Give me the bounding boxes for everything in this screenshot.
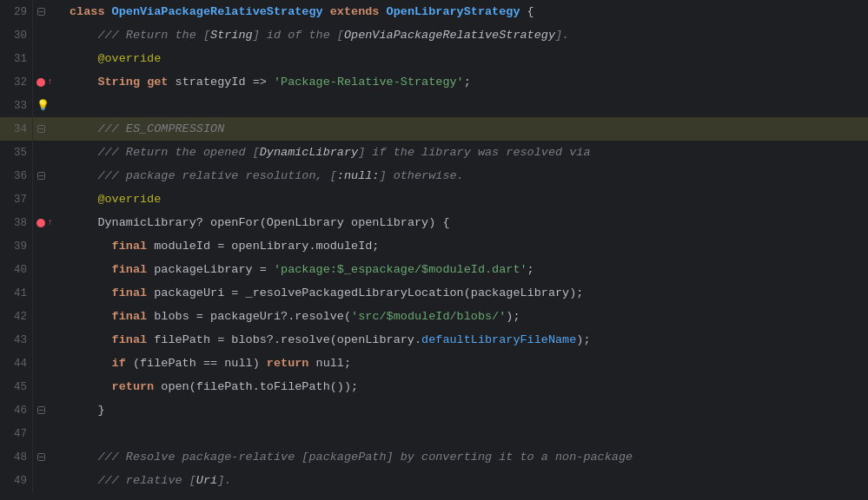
line-code: final packageLibrary = 'package:$_espack… (59, 258, 868, 281)
line-code: /// Resolve package-relative [packagePat… (59, 445, 868, 469)
fold-icon[interactable] (36, 453, 45, 462)
line-code: if (filePath == null) return null; (59, 352, 868, 375)
line-number: 36 (0, 164, 33, 188)
code-line: 47 (0, 422, 868, 445)
gutter-icons[interactable] (33, 234, 59, 258)
code-line: 44 if (filePath == null) return null; (0, 352, 868, 375)
code-line: 31 @override (0, 47, 868, 70)
code-line: 39 final moduleId = openLibrary.moduleId… (0, 234, 868, 258)
line-number: 42 (0, 305, 33, 328)
line-number: 41 (0, 281, 33, 305)
execution-arrow-icon: ↑ (48, 77, 53, 87)
line-code: final packageUri = _resolvePackagedLibra… (59, 281, 868, 305)
line-code: /// ES_COMPRESSION (59, 117, 868, 141)
gutter-icons[interactable] (33, 164, 59, 188)
gutter-icons[interactable] (33, 445, 59, 469)
line-code: String get strategyId => 'Package-Relati… (59, 70, 868, 94)
gutter-icons[interactable] (33, 305, 59, 328)
code-line: 48 /// Resolve package-relative [package… (0, 445, 868, 469)
gutter-icons[interactable] (33, 398, 59, 422)
breakpoint-icon[interactable] (36, 78, 45, 87)
gutter-icons[interactable] (33, 352, 59, 375)
gutter-icons[interactable] (33, 0, 59, 23)
line-code (59, 94, 868, 117)
line-number: 30 (0, 23, 33, 47)
breakpoint-icon[interactable] (36, 219, 45, 227)
line-code: @override (59, 47, 868, 70)
fold-icon[interactable] (36, 125, 45, 134)
code-line: 37 @override (0, 188, 868, 211)
line-number: 31 (0, 47, 33, 70)
gutter-icons[interactable] (33, 422, 59, 445)
lightbulb-icon[interactable]: 💡 (36, 99, 50, 112)
code-line: 30 /// Return the [String] id of the [Op… (0, 23, 868, 47)
line-number: 37 (0, 188, 33, 211)
gutter-icons[interactable] (33, 23, 59, 47)
line-number: 44 (0, 352, 33, 375)
line-code: /// relative [Uri]. (59, 469, 868, 492)
code-line: 32↑ String get strategyId => 'Package-Re… (0, 70, 868, 94)
line-number: 49 (0, 469, 33, 492)
line-number: 46 (0, 398, 33, 422)
code-line: 43 final filePath = blobs?.resolve(openL… (0, 328, 868, 352)
line-code: DynamicLibrary? openFor(OpenLibrary open… (59, 211, 868, 234)
line-number: 40 (0, 258, 33, 281)
line-number: 33 (0, 94, 33, 117)
fold-icon[interactable] (36, 8, 45, 16)
gutter-icons[interactable] (33, 47, 59, 70)
gutter-icons[interactable] (33, 469, 59, 492)
gutter-icons[interactable]: ↑ (33, 70, 59, 94)
code-line: 41 final packageUri = _resolvePackagedLi… (0, 281, 868, 305)
line-number: 35 (0, 141, 33, 164)
fold-icon[interactable] (36, 172, 45, 181)
line-number: 47 (0, 422, 33, 445)
fold-icon[interactable] (36, 406, 45, 415)
line-code: final filePath = blobs?.resolve(openLibr… (59, 328, 868, 352)
code-line: 42 final blobs = packageUri?.resolve('sr… (0, 305, 868, 328)
code-line: 45 return open(filePath.toFilePath()); (0, 375, 868, 398)
code-line: 35 /// Return the opened [DynamicLibrary… (0, 141, 868, 164)
gutter-icons[interactable]: ↑ (33, 211, 59, 234)
line-code: final moduleId = openLibrary.moduleId; (59, 234, 868, 258)
gutter-icons[interactable] (33, 117, 59, 141)
code-line: 49 /// relative [Uri]. (0, 469, 868, 492)
line-code: } (59, 398, 868, 422)
code-line: 36 /// package relative resolution, [:nu… (0, 164, 868, 188)
line-number: 39 (0, 234, 33, 258)
gutter-icons[interactable] (33, 328, 59, 352)
gutter-icons[interactable] (33, 258, 59, 281)
code-line: 34 /// ES_COMPRESSION (0, 117, 868, 141)
code-line: 33💡 (0, 94, 868, 117)
line-number: 29 (0, 0, 33, 23)
line-number: 48 (0, 445, 33, 469)
line-code: return open(filePath.toFilePath()); (59, 375, 868, 398)
line-code: class OpenViaPackageRelativeStrategy ext… (59, 0, 868, 23)
line-code: /// Return the opened [DynamicLibrary] i… (59, 141, 868, 164)
line-number: 45 (0, 375, 33, 398)
code-line: 46 } (0, 398, 868, 422)
gutter-icons[interactable]: 💡 (33, 94, 59, 117)
code-editor: 29class OpenViaPackageRelativeStrategy e… (0, 0, 868, 500)
line-number: 38 (0, 211, 33, 234)
gutter-icons[interactable] (33, 375, 59, 398)
gutter-icons[interactable] (33, 188, 59, 211)
line-code: /// Return the [String] id of the [OpenV… (59, 23, 868, 47)
code-line: 29class OpenViaPackageRelativeStrategy e… (0, 0, 868, 23)
code-line: 38↑ DynamicLibrary? openFor(OpenLibrary … (0, 211, 868, 234)
line-code: final blobs = packageUri?.resolve('src/$… (59, 305, 868, 328)
line-number: 32 (0, 70, 33, 94)
line-number: 43 (0, 328, 33, 352)
gutter-icons[interactable] (33, 281, 59, 305)
line-code: @override (59, 188, 868, 211)
line-code: /// package relative resolution, [:null:… (59, 164, 868, 188)
execution-arrow-icon: ↑ (48, 218, 53, 227)
line-code (59, 422, 868, 445)
line-number: 34 (0, 117, 33, 141)
gutter-icons[interactable] (33, 141, 59, 164)
code-line: 40 final packageLibrary = 'package:$_esp… (0, 258, 868, 281)
